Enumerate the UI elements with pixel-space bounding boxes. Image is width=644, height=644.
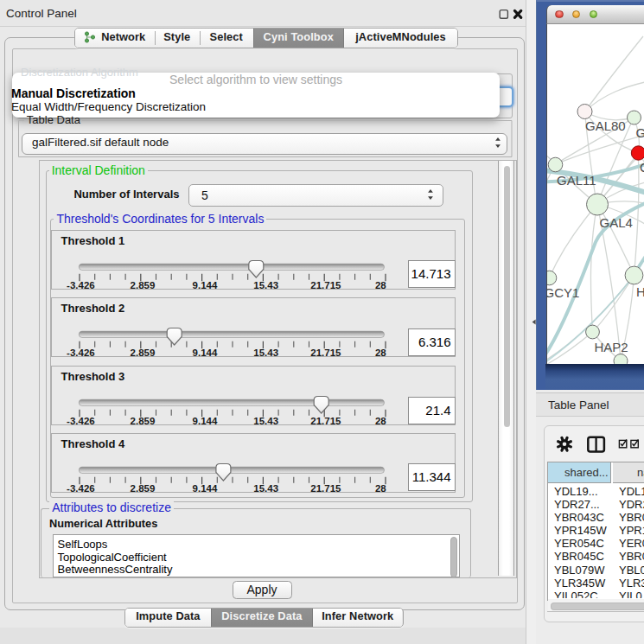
svg-text:21.715: 21.715: [310, 279, 341, 290]
svg-text:GCY1: GCY1: [547, 285, 579, 300]
svg-text:9.144: 9.144: [193, 279, 218, 290]
svg-text:28: 28: [375, 416, 386, 426]
svg-text:28: 28: [375, 279, 386, 290]
svg-text:GAL80: GAL80: [585, 118, 626, 133]
svg-text:9.144: 9.144: [193, 416, 218, 426]
svg-text:2.859: 2.859: [131, 348, 156, 358]
svg-text:15.43: 15.43: [253, 279, 278, 290]
svg-text:-3.426: -3.426: [67, 482, 95, 493]
svg-text:GAL4: GAL4: [600, 215, 633, 230]
svg-text:21.715: 21.715: [310, 348, 341, 358]
svg-text:GAL: GAL: [636, 125, 644, 140]
svg-text:28: 28: [375, 348, 386, 358]
svg-text:2.859: 2.859: [131, 416, 156, 426]
svg-text:9.144: 9.144: [193, 482, 218, 493]
svg-text:15.43: 15.43: [253, 482, 278, 493]
svg-text:9.144: 9.144: [193, 348, 218, 358]
svg-text:-3.426: -3.426: [67, 416, 95, 426]
svg-text:GAL11: GAL11: [557, 173, 596, 188]
svg-text:HO: HO: [636, 284, 644, 299]
svg-text:-3.426: -3.426: [67, 279, 95, 290]
svg-text:HAP2: HAP2: [595, 340, 628, 354]
svg-text:15.43: 15.43: [253, 416, 278, 426]
svg-text:28: 28: [375, 482, 386, 493]
svg-text:2.859: 2.859: [131, 482, 156, 493]
svg-text:-3.426: -3.426: [67, 348, 95, 358]
svg-text:15.43: 15.43: [253, 348, 278, 358]
svg-text:CY: CY: [640, 160, 644, 175]
svg-text:21.715: 21.715: [310, 482, 341, 493]
svg-text:2.859: 2.859: [131, 279, 156, 290]
svg-text:21.715: 21.715: [310, 416, 341, 426]
